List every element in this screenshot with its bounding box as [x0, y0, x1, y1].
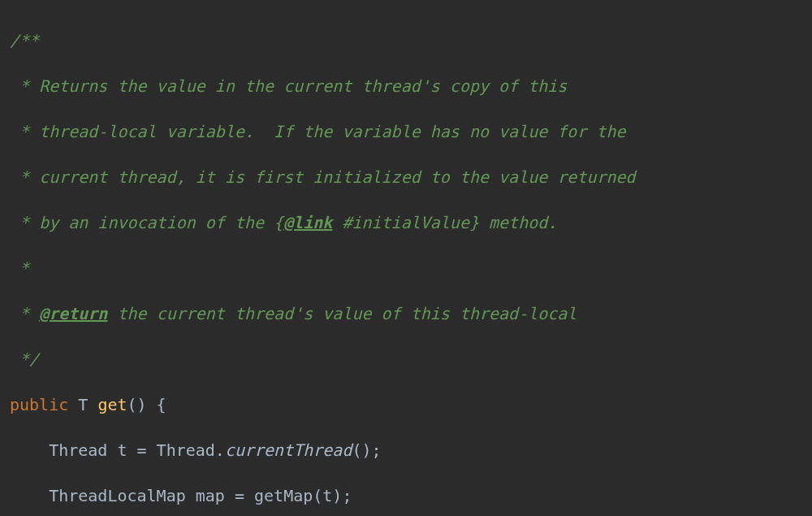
- javadoc-line: * by an invocation of the {@link #initia…: [10, 211, 802, 234]
- javadoc-line: *: [10, 257, 802, 280]
- comment-prefix: *: [10, 213, 39, 232]
- comment-prefix: *: [10, 122, 39, 141]
- comment-text: current thread, it is first initialized …: [39, 167, 636, 187]
- static-method-call: currentThread: [225, 440, 352, 460]
- javadoc-line: * current thread, it is first initialize…: [10, 166, 802, 189]
- comment-text: */: [10, 349, 39, 369]
- javadoc-link-tag: @link: [283, 213, 332, 232]
- comment-text: Returns the value in the current thread'…: [39, 76, 567, 96]
- javadoc-line: * Returns the value in the current threa…: [10, 75, 802, 98]
- comment-text: #initialValue} method.: [332, 213, 557, 232]
- javadoc-line: */: [10, 348, 802, 371]
- comment-prefix: *: [10, 76, 39, 96]
- code-editor[interactable]: /** * Returns the value in the current t…: [10, 7, 802, 516]
- code-text: ();: [352, 440, 381, 460]
- comment-prefix: *: [10, 167, 39, 187]
- comment-text: the current thread's value of this threa…: [107, 304, 577, 323]
- javadoc-line: /**: [10, 29, 802, 52]
- code-text: ThreadLocalMap map = getMap(t);: [10, 486, 352, 505]
- javadoc-return-tag: @return: [39, 304, 107, 323]
- comment-text: /**: [10, 31, 39, 50]
- code-line: public T get() {: [10, 393, 802, 416]
- code-text: () {: [127, 395, 166, 414]
- comment-text: *: [10, 258, 29, 278]
- keyword-public: public: [10, 395, 68, 414]
- javadoc-line: * @return the current thread's value of …: [10, 302, 802, 325]
- type-param: T: [68, 395, 97, 414]
- code-line: Thread t = Thread.currentThread();: [10, 439, 802, 462]
- javadoc-line: * thread-local variable. If the variable…: [10, 120, 802, 143]
- code-text: Thread t = Thread.: [10, 440, 225, 460]
- code-line: ThreadLocalMap map = getMap(t);: [10, 484, 802, 507]
- comment-prefix: *: [10, 304, 39, 323]
- comment-text: thread-local variable. If the variable h…: [39, 122, 625, 141]
- method-name-get: get: [97, 395, 127, 414]
- comment-text: by an invocation of the {: [39, 213, 283, 232]
